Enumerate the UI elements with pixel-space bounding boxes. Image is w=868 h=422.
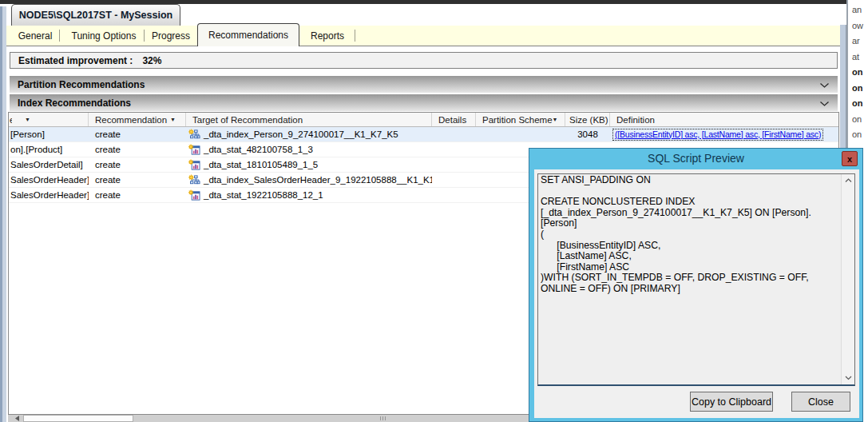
tab-separator: [144, 30, 145, 42]
background-text-fragment: at: [852, 50, 868, 66]
cell-source: on].[Product]: [9, 142, 89, 157]
cell-recommendation: create: [89, 188, 186, 202]
dialog-panel: SET ANSI_PADDING ON CREATE NONCLUSTERED …: [534, 169, 859, 418]
scrollbar-thumb[interactable]: [23, 415, 133, 422]
cell-recommendation: create: [89, 157, 186, 172]
index-recommendations-bar[interactable]: Index Recommendations: [10, 94, 838, 111]
cell-source: [Person]: [9, 127, 89, 141]
cell-details: [432, 188, 476, 202]
background-text-fragment: on: [852, 65, 868, 81]
cell-target: _dta_index_SalesOrderHeader_9_1922105888…: [186, 173, 432, 187]
cell-details: [432, 127, 476, 141]
close-icon[interactable]: x: [842, 151, 858, 166]
cell-target-text: _dta_index_SalesOrderHeader_9_1922105888…: [204, 175, 432, 185]
screen: anowaratonononononnnnpn NODE5\SQL2017ST …: [0, 0, 868, 422]
cell-details: [432, 173, 476, 187]
scrollbar-grip: [380, 416, 386, 420]
column-header-label: Recommendation: [89, 115, 167, 125]
column-header-details[interactable]: Details: [432, 113, 476, 126]
session-tab[interactable]: NODE5\SQL2017ST - MySession: [11, 4, 180, 26]
background-text-fragment: ar: [852, 34, 868, 50]
session-tab-label: NODE5\SQL2017ST - MySession: [19, 10, 172, 21]
cell-target: _dta_stat_1810105489_1_5: [186, 157, 432, 172]
tab-label: Recommendations: [208, 30, 288, 41]
cell-details: [432, 157, 476, 172]
scroll-down-icon[interactable]: [842, 372, 854, 384]
column-header-label: Partition Scheme: [476, 115, 553, 125]
grid-header: e ▼ Recommendation ▼ Target of Recommend…: [9, 113, 838, 127]
cell-recommendation: create: [89, 173, 186, 187]
background-text-fragment: on: [852, 81, 868, 97]
cell-definition: ([BusinessEntityID] asc, [LastName] asc,…: [610, 127, 838, 141]
cell-source: SalesOrderDetail]: [9, 157, 89, 172]
cell-target: _dta_index_Person_9_274100017__K1_K7_K5: [186, 127, 432, 141]
column-header-label: Details: [432, 115, 466, 125]
background-text-fragment: on: [852, 112, 868, 128]
cell-source: SalesOrderHeader]: [9, 188, 89, 202]
sql-script-textbox[interactable]: SET ANSI_PADDING ON CREATE NONCLUSTERED …: [537, 173, 855, 386]
index-recommendations-title: Index Recommendations: [18, 98, 131, 109]
filter-arrow-icon[interactable]: ▼: [553, 117, 558, 122]
statistics-icon: [188, 159, 200, 171]
statistics-icon: [188, 144, 200, 156]
tab-strip: General Tuning Options Progress Recommen…: [6, 26, 840, 46]
sql-script-text: SET ANSI_PADDING ON CREATE NONCLUSTERED …: [541, 175, 838, 383]
tab-label: Tuning Options: [72, 30, 137, 42]
cell-target-text: _dta_stat_1922105888_12_1: [204, 190, 323, 200]
background-text-fragment: ow: [852, 18, 868, 34]
clipped-header-text: e: [9, 115, 12, 125]
index-icon: [188, 129, 200, 141]
column-header-size[interactable]: Size (KB): [565, 113, 610, 126]
scroll-up-icon[interactable]: [842, 174, 854, 187]
sql-script-preview-dialog: SQL Script Preview x SET ANSI_PADDING ON…: [529, 148, 863, 422]
filter-arrow-icon[interactable]: ▼: [25, 117, 30, 122]
estimated-improvement-label: Estimated improvement :: [18, 55, 133, 66]
cell-target-text: _dta_stat_482100758_1_3: [204, 145, 313, 154]
cell-source: SalesOrderHeader]: [9, 173, 89, 187]
filter-arrow-icon[interactable]: ▼: [170, 117, 176, 122]
column-header-label: Target of Recommendation: [186, 115, 303, 125]
definition-link[interactable]: ([BusinessEntityID] asc, [LastName] asc,…: [612, 129, 823, 141]
cell-target-text: _dta_index_Person_9_274100017__K1_K7_K5: [204, 129, 398, 139]
tab-label: Progress: [152, 30, 190, 42]
copy-to-clipboard-button[interactable]: Copy to Clipboard: [690, 392, 773, 412]
cell-partition-scheme: [476, 127, 565, 141]
partition-recommendations-title: Partition Recommendations: [18, 79, 145, 90]
dialog-title: SQL Script Preview: [529, 152, 862, 165]
chevron-down-icon[interactable]: [819, 96, 830, 110]
vertical-scrollbar[interactable]: [841, 174, 854, 384]
tab-reports[interactable]: Reports: [304, 26, 351, 46]
tab-recommendations[interactable]: Recommendations: [197, 23, 299, 46]
tab-label: Reports: [311, 30, 344, 42]
close-button[interactable]: Close: [791, 392, 850, 412]
estimated-improvement-value: 32%: [142, 55, 161, 66]
background-text-fragment: on: [852, 96, 868, 112]
statistics-icon: [188, 189, 200, 201]
cell-target-text: _dta_stat_1810105489_1_5: [204, 160, 318, 169]
index-icon: [188, 174, 200, 186]
cell-details: [432, 142, 476, 157]
column-header-source[interactable]: e ▼: [9, 113, 89, 126]
table-row[interactable]: [Person] create: [9, 127, 838, 142]
tab-general[interactable]: General: [11, 26, 59, 46]
tab-progress[interactable]: Progress: [147, 26, 195, 46]
column-header-definition[interactable]: Definition: [610, 113, 838, 126]
column-header-label: Size (KB): [565, 115, 608, 125]
background-text-fragment: an: [852, 2, 868, 18]
tab-separator: [355, 30, 355, 42]
column-header-target[interactable]: Target of Recommendation: [186, 113, 432, 126]
tab-separator: [59, 30, 60, 42]
tab-tuning-options[interactable]: Tuning Options: [64, 26, 144, 46]
cell-recommendation: create: [89, 142, 186, 157]
cell-recommendation: create: [89, 127, 186, 141]
scroll-left-icon[interactable]: [11, 415, 22, 422]
background-text-fragment: on: [852, 127, 868, 143]
cell-size: 3048: [565, 127, 610, 141]
column-header-recommendation[interactable]: Recommendation ▼: [89, 113, 186, 126]
cell-target: _dta_stat_1922105888_12_1: [186, 188, 432, 202]
tab-label: General: [18, 30, 53, 42]
chevron-down-icon[interactable]: [819, 78, 830, 92]
cell-target: _dta_stat_482100758_1_3: [186, 142, 432, 157]
column-header-partition-scheme[interactable]: Partition Scheme ▼: [476, 113, 565, 126]
partition-recommendations-bar[interactable]: Partition Recommendations: [10, 76, 838, 93]
